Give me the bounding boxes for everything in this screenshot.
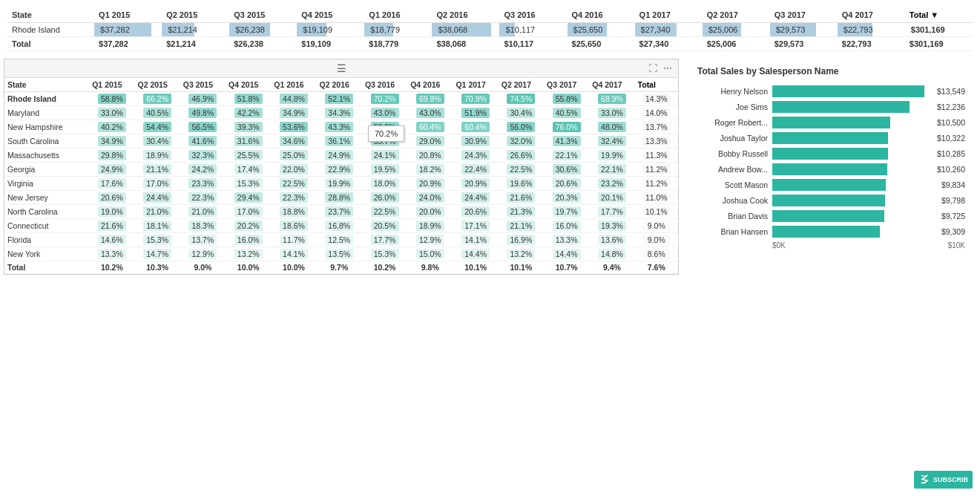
bar-chart-row: Henry Nelson$13,549 [697, 85, 965, 97]
heatmap-data-cell: 18.9% [407, 219, 453, 233]
heatmap-data-cell: 40.5% [134, 106, 180, 120]
col-q4-2016: Q4 2016 [568, 7, 635, 23]
heatmap-data-cell: 20.6% [89, 191, 134, 205]
bar-fill [772, 226, 880, 238]
bar-name-label: Scott Mason [697, 180, 768, 189]
more-icon[interactable]: ⋯ [663, 63, 672, 74]
bar-fill [772, 132, 888, 144]
heatmap-total-cell: 10.1% [499, 261, 544, 274]
heatmap-data-cell: 18.8% [271, 205, 316, 219]
heatmap-data-cell: 20.6% [453, 205, 498, 219]
heatmap-data-cell: 34.6% [271, 134, 316, 149]
heatmap-data-cell: 16.8% [317, 219, 362, 233]
heatmap-data-cell: 20.8% [407, 149, 453, 163]
heatmap-data-cell: 20.6% [544, 177, 589, 191]
total-cell: $38,068 [432, 37, 499, 51]
heatmap-total-cell: 9.0% [180, 261, 226, 274]
data-cell: $26,238 [229, 23, 297, 37]
hcol-total: Total [635, 78, 678, 92]
heatmap-data-cell: 19.5% [362, 163, 407, 177]
heatmap-data-cell: 30.6% [544, 163, 589, 177]
heatmap-data-cell: 30.9% [453, 134, 498, 149]
heatmap-data-cell: 13.7% [635, 120, 678, 134]
heatmap-data-cell: 13.3% [544, 233, 589, 247]
heatmap-data-cell: 22.4% [453, 163, 498, 177]
heatmap-data-cell: 12.9% [407, 233, 453, 247]
heatmap-data-cell: 22.1% [544, 149, 589, 163]
col-q2-2015: Q2 2015 [162, 7, 229, 23]
heatmap-header: ☰ ⛶ ⋯ [4, 59, 678, 78]
bar-chart-row: Roger Robert...$10,500 [697, 117, 965, 128]
heatmap-data-cell: 32.4% [589, 134, 634, 149]
bar-track [772, 85, 930, 97]
hcol-q2-2015: Q2 2015 [134, 78, 180, 92]
data-cell: $18,779 [364, 23, 432, 37]
state-cell: Rhode Island [7, 23, 94, 37]
heatmap-data-cell: 56.5% [180, 120, 226, 134]
bar-value-label: $10,285 [937, 149, 965, 158]
heatmap-data-cell: 34.3% [317, 106, 362, 120]
bar-track [772, 210, 934, 222]
heatmap-data-cell: 12.5% [317, 233, 362, 247]
heatmap-data-cell: 31.6% [226, 134, 271, 149]
hamburger-icon: ☰ [337, 62, 346, 74]
col-q4-2015: Q4 2015 [297, 7, 364, 23]
bar-value-label: $9,309 [941, 227, 965, 236]
heatmap-data-cell: 12.9% [180, 247, 226, 261]
bar-chart-rows: Henry Nelson$13,549Joe Sims$12,236Roger … [697, 85, 965, 238]
heatmap-data-cell: 32.0% [499, 134, 544, 149]
heatmap-data-cell: 36.1% [317, 134, 362, 149]
bar-chart-row: Joshua Taylor$10,322 [697, 132, 965, 144]
total-cell: $27,340 [635, 37, 703, 51]
bar-chart-row: Brian Hansen$9,309 [697, 226, 965, 238]
heatmap-data-cell: 22.3% [271, 191, 316, 205]
dna-icon [918, 474, 930, 486]
heatmap-data-cell: 53.6% [271, 120, 316, 134]
heatmap-data-cell: 40.2% [89, 120, 134, 134]
heatmap-data-cell: 55.8% [544, 92, 589, 106]
heatmap-data-cell: 11.0% [635, 191, 678, 205]
heatmap-data-cell: 13.6% [589, 233, 634, 247]
heatmap-data-cell: 20.9% [453, 177, 498, 191]
hcol-q3-2015: Q3 2015 [180, 78, 226, 92]
bar-fill [772, 148, 888, 160]
heatmap-data-cell: 15.3% [226, 177, 271, 191]
heatmap-total-cell: 9.8% [407, 261, 453, 274]
bar-track [772, 163, 930, 175]
heatmap-data-cell: 20.1% [589, 191, 634, 205]
heatmap-data-cell: 21.0% [180, 205, 226, 219]
total-cell: $37,282 [94, 37, 162, 51]
total-cell: $25,006 [703, 37, 770, 51]
heatmap-data-cell: 11.7% [271, 233, 316, 247]
heatmap-data-cell: 26.6% [499, 149, 544, 163]
hcol-q4-2016: Q4 2016 [407, 78, 453, 92]
heatmap-data-cell: 21.0% [134, 205, 180, 219]
expand-icon[interactable]: ⛶ [648, 63, 657, 74]
heatmap-data-cell: 13.3% [89, 247, 134, 261]
heatmap-data-cell: 58.8% [89, 92, 134, 106]
subscrib-button[interactable]: SUBSCRIB [914, 471, 973, 489]
bar-value-label: $10,260 [937, 165, 965, 174]
heatmap-row: Massachusetts29.8%18.9%32.3%25.5%25.0%24… [4, 149, 678, 163]
heatmap-state-cell: South Carolina [4, 134, 89, 149]
heatmap-total-cell: 10.1% [453, 261, 498, 274]
heatmap-data-cell: 24.2% [180, 163, 226, 177]
heatmap-data-cell: 24.3% [453, 149, 498, 163]
heatmap-data-cell: 25.5% [226, 149, 271, 163]
bar-name-label: Henry Nelson [697, 87, 768, 96]
total-cell: $301,169 [905, 37, 973, 51]
heatmap-row: Maryland33.0%40.5%49.8%42.2%34.9%34.3%43… [4, 106, 678, 120]
heatmap-data-cell: 11.3% [635, 149, 678, 163]
bar-value-label: $9,798 [941, 196, 965, 205]
heatmap-data-cell: 69.8% [407, 92, 453, 106]
col-q2-2017: Q2 2017 [703, 7, 770, 23]
heatmap-data-cell: 14.3% [635, 92, 678, 106]
heatmap-row: North Carolina19.0%21.0%21.0%17.0%18.8%2… [4, 205, 678, 219]
heatmap-data-cell: 34.9% [271, 106, 316, 120]
bar-value-label: $12,236 [937, 102, 965, 111]
heatmap-total-label: Total [4, 261, 89, 274]
bar-name-label: Roger Robert... [697, 118, 768, 127]
bar-track [772, 132, 930, 144]
heatmap-data-cell: 20.5% [362, 219, 407, 233]
bar-fill [772, 195, 885, 206]
